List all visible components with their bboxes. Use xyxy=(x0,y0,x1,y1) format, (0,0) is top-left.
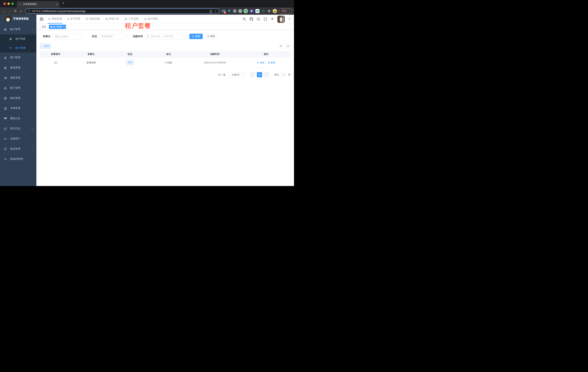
add-button[interactable]: + 新增 xyxy=(40,44,51,49)
col-created: 创建时间 xyxy=(188,53,242,56)
sidebar-item-dict-management[interactable]: 字典管理 xyxy=(0,103,36,113)
sidebar-item-role-management[interactable]: 角色管理 xyxy=(0,63,36,73)
new-tab-button[interactable]: + xyxy=(60,1,67,6)
ext-y-green-icon[interactable]: y xyxy=(244,9,248,13)
ext-badge: 10 xyxy=(224,11,226,14)
top-nav-system[interactable]: 系统管理 xyxy=(48,15,62,23)
top-nav-label: 支付管理 xyxy=(70,17,80,21)
goto-page-input[interactable] xyxy=(281,72,286,77)
chevron-down-icon xyxy=(126,35,128,37)
sidebar-item-audit-log[interactable]: 审计日志 xyxy=(0,124,36,134)
ext-chat-icon[interactable] xyxy=(255,9,260,13)
top-nav-dev-tools[interactable]: 研发工具 xyxy=(105,15,119,23)
github-icon[interactable] xyxy=(250,17,253,21)
font-size-icon[interactable]: TT xyxy=(271,18,273,21)
plus-icon: + xyxy=(42,45,43,48)
ext-purple-shield-icon[interactable] xyxy=(250,9,254,13)
ext-gray-dot-icon[interactable] xyxy=(238,9,242,13)
briefcase-icon xyxy=(125,18,127,20)
top-nav-label: 统计报表 xyxy=(148,17,158,21)
status-select[interactable]: 请选择状态 xyxy=(99,34,130,39)
app-logo-rabbit xyxy=(5,16,11,22)
fullscreen-icon[interactable] xyxy=(264,18,267,21)
home-icon[interactable]: ⌂ xyxy=(18,10,23,13)
active-dot xyxy=(51,26,52,28)
page-size-select[interactable]: 10条/页 xyxy=(229,72,246,77)
date-start-placeholder: 开始日期 xyxy=(151,35,160,38)
top-nav-payment[interactable]: ¥ 支付管理 xyxy=(67,15,81,23)
sidebar-item-post-management[interactable]: 岗位管理 xyxy=(0,93,36,103)
site-info-icon[interactable]: i xyxy=(28,10,31,12)
help-icon[interactable]: ? xyxy=(257,18,260,21)
current-page[interactable]: 1 xyxy=(257,72,262,77)
toggle-search-icon[interactable] xyxy=(278,44,284,49)
sidebar-item-notice[interactable]: 通知公告 xyxy=(0,113,36,124)
sidebar-item-error-code[interactable]: </> 错误码管理 xyxy=(0,154,36,164)
sidebar-item-label: 租户列表 xyxy=(15,37,26,41)
prev-page-button[interactable]: ‹ xyxy=(250,72,255,77)
sidebar-item-user-management[interactable]: 用户管理 xyxy=(0,53,36,63)
browser-toolbar: ← → ↻ ⌂ i 127.0.0.1:48080/admin-ui/syste… xyxy=(0,7,294,15)
top-nav-label: 研发工具 xyxy=(109,17,119,21)
sidebar-item-dept-management[interactable]: 部门管理 xyxy=(0,83,36,93)
status-badge[interactable]: 开启 xyxy=(126,60,134,65)
code-icon: </> xyxy=(4,158,7,160)
search-button[interactable]: 搜索 xyxy=(189,34,203,39)
chevron-down-icon xyxy=(241,74,242,75)
ext-green-star-icon[interactable] xyxy=(261,9,265,13)
reset-button[interactable]: 重置 xyxy=(205,34,218,39)
delete-link[interactable]: 删除 xyxy=(268,61,275,64)
favicon-seedling-icon xyxy=(19,3,21,6)
package-name-input[interactable] xyxy=(52,34,83,39)
sidebar-logo-row[interactable]: 芋道管理系统 xyxy=(0,15,36,23)
add-button-label: 新增 xyxy=(44,44,49,48)
refresh-icon[interactable] xyxy=(285,44,291,49)
tab-close-icon[interactable]: × xyxy=(56,3,58,6)
col-remark: 备注 xyxy=(149,53,188,56)
url-bar[interactable]: i 127.0.0.1:48080/admin-ui/system/tenant… xyxy=(25,8,220,14)
edit-link[interactable]: 修改 xyxy=(257,61,265,64)
monitor-icon xyxy=(86,18,89,20)
ext-tiles-diamond-icon[interactable]: 10 xyxy=(221,9,226,13)
sidebar-item-tenant-package[interactable]: 租户套餐 xyxy=(0,43,36,53)
next-page-button[interactable]: › xyxy=(264,72,269,77)
tag-tenant-package[interactable]: 租户套餐 × xyxy=(49,25,66,29)
zoom-window-button[interactable] xyxy=(11,2,14,5)
ext-command-icon[interactable]: ⌘ xyxy=(233,9,237,13)
search-icon[interactable] xyxy=(243,18,246,21)
ext-gem-icon[interactable] xyxy=(227,9,231,13)
bookmark-star-icon[interactable]: ☆ xyxy=(214,10,217,13)
sidebar-item-label: 字典管理 xyxy=(10,107,20,110)
avatar-dropdown-icon[interactable] xyxy=(289,19,290,20)
status-filter-label: 状态 xyxy=(92,35,97,38)
sidebar-item-tenant-list[interactable]: 租户列表 xyxy=(0,34,36,43)
profile-emoji-icon[interactable] xyxy=(273,9,277,13)
collapse-sidebar-icon[interactable] xyxy=(36,15,46,23)
browser-update-button[interactable]: 更新 ⋮ xyxy=(279,9,293,14)
app-title: 芋道管理系统 xyxy=(13,17,29,21)
tag-home[interactable]: 首页 xyxy=(40,25,48,29)
browser-tab[interactable]: 芋道管理系统 × xyxy=(17,1,60,7)
date-range-picker[interactable]: 开始日期 - 结束日期 xyxy=(145,34,187,39)
sidebar-item-sms-management[interactable]: 短信管理 xyxy=(0,144,36,154)
reload-icon[interactable]: ↻ xyxy=(13,10,18,13)
svg-text:?: ? xyxy=(258,18,259,20)
browser-menu-icon[interactable]: ⋮ xyxy=(288,10,291,12)
users-icon xyxy=(9,38,12,40)
user-avatar[interactable] xyxy=(277,16,285,23)
reset-button-label: 重置 xyxy=(210,35,215,38)
sidebar-item-tenant-management[interactable]: 租户管理 xyxy=(0,24,36,34)
top-nav-infra[interactable]: 基础设施 xyxy=(85,15,100,23)
sidebar-item-label: 部门管理 xyxy=(10,86,20,90)
sidebar-item-online-users[interactable]: 在线用户 xyxy=(0,134,36,144)
tag-close-icon[interactable]: × xyxy=(63,26,64,28)
close-window-button[interactable] xyxy=(3,2,6,5)
forward-icon[interactable]: → xyxy=(7,10,13,13)
share-icon[interactable] xyxy=(210,10,212,13)
back-icon[interactable]: ← xyxy=(2,10,7,13)
extensions-puzzle-icon[interactable] xyxy=(267,9,271,13)
minimize-window-button[interactable] xyxy=(7,2,10,5)
sidebar-item-menu-management[interactable]: 菜单管理 xyxy=(0,73,36,83)
table-row: 111 普通套餐 开启 小功能 2022-02-22 00:54:00 修改 xyxy=(40,57,291,68)
sidebar-item-label: 在线用户 xyxy=(10,137,20,140)
